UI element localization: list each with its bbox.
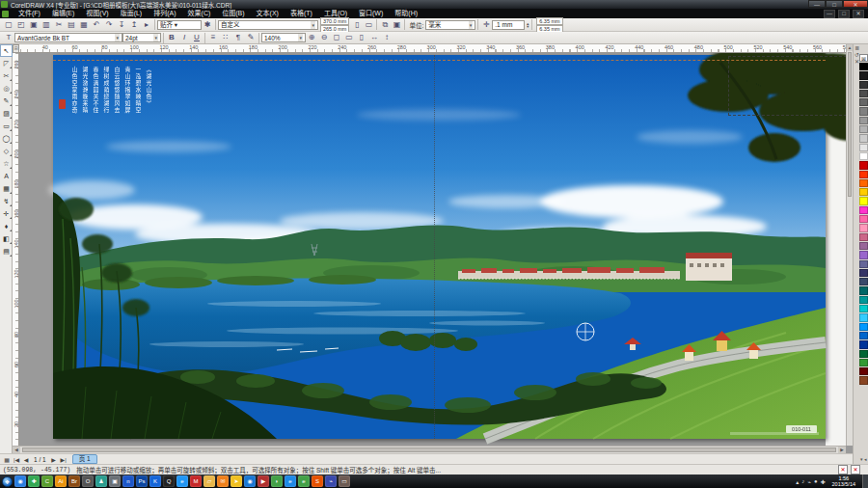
vertical-scroll-thumb[interactable] — [848, 52, 852, 197]
current-page-button[interactable]: ▣ — [391, 19, 402, 31]
eyedropper-tool[interactable]: ✛ — [0, 207, 13, 220]
color-swatch-35[interactable] — [859, 376, 868, 384]
color-swatch-6[interactable] — [859, 117, 868, 124]
options-icon[interactable]: ✱ — [202, 19, 213, 31]
outline-tool[interactable]: ♦ — [0, 220, 13, 232]
import-icon[interactable]: ↧ — [116, 19, 127, 31]
text-tool[interactable]: A — [0, 170, 13, 182]
fill-tool[interactable]: ◧ — [0, 232, 13, 245]
app-launcher-icon[interactable]: ▸ — [141, 19, 152, 31]
color-swatch-2[interactable] — [859, 81, 868, 89]
maximize-button[interactable]: □ — [826, 0, 843, 8]
color-swatch-4[interactable] — [859, 98, 868, 106]
vertical-scrollbar[interactable]: ▲ — [846, 44, 853, 446]
taskbar-app-image-viewer[interactable]: ▣ — [109, 475, 121, 487]
edit-text-icon[interactable]: ✎ — [245, 32, 257, 43]
tray-icon-0[interactable]: ▴ — [796, 478, 799, 485]
alignment-icon[interactable]: ≡ — [207, 32, 219, 43]
color-swatch-22[interactable] — [859, 260, 868, 268]
doc-control-1[interactable]: □ — [838, 10, 850, 18]
color-swatch-34[interactable] — [859, 367, 868, 375]
menu-item-7[interactable]: 文本(X) — [251, 9, 285, 18]
horizontal-scroll-thumb[interactable] — [22, 447, 836, 452]
docker-icon-0[interactable]: ≣ — [854, 45, 868, 52]
last-page-button[interactable]: ▶| — [59, 456, 68, 463]
color-swatch-28[interactable] — [859, 313, 868, 321]
taskbar-app-player[interactable]: ▶ — [258, 475, 269, 487]
color-swatch-23[interactable] — [859, 269, 868, 277]
copy-icon[interactable]: ▤ — [66, 19, 77, 31]
units-dropdown[interactable]: 毫米▾ — [425, 20, 475, 30]
scroll-left-icon[interactable]: ◀ — [13, 447, 20, 453]
taskbar-app-n[interactable]: n — [122, 475, 134, 487]
taskbar-app-device[interactable]: ⌁ — [325, 475, 337, 487]
color-swatch-7[interactable] — [859, 125, 868, 133]
zoom-selected-icon[interactable]: ◻ — [331, 32, 342, 43]
minimize-button[interactable]: — — [808, 0, 826, 8]
prev-page-button[interactable]: ◀ — [21, 456, 31, 463]
zoom-width-icon[interactable]: ↔ — [368, 32, 380, 43]
start-button[interactable]: ❖ — [2, 476, 13, 487]
zoom-tool[interactable]: ◎ — [0, 82, 13, 95]
color-swatch-32[interactable] — [859, 350, 868, 358]
color-swatch-1[interactable] — [859, 71, 868, 79]
duplicate-distance[interactable]: 6.35 mm 6.35 mm — [536, 17, 562, 33]
undo-icon[interactable]: ↶ — [91, 19, 102, 31]
landscape-button[interactable]: ▭ — [363, 19, 374, 31]
zoom-out-icon[interactable]: ⊖ — [318, 32, 330, 43]
color-swatch-14[interactable] — [859, 188, 868, 196]
drawing-canvas[interactable]: 《湖光山色》一泓碧水映晴空青山环抱翠如屏白云悠悠随风去绿树成荫绕湖行春色满园关不… — [19, 53, 846, 446]
add-page-button[interactable]: ▦ — [2, 456, 12, 463]
taskbar-app-maxthon[interactable]: ◉ — [244, 475, 256, 487]
taskbar-app-green-bird[interactable]: ◗ — [271, 475, 283, 487]
taskbar-app-bridge[interactable]: Br — [68, 475, 80, 487]
ruler-origin[interactable]: ⊞ — [13, 44, 19, 53]
all-pages-button[interactable]: ⧉ — [379, 19, 391, 31]
snap-dropdown[interactable]: 贴齐 ▾ — [157, 20, 202, 30]
color-swatch-30[interactable] — [859, 332, 868, 339]
color-swatch-21[interactable] — [859, 251, 868, 258]
taskbar-app-coreldraw[interactable]: C — [41, 475, 53, 487]
taskbar-app-m-red[interactable]: M — [190, 475, 202, 487]
color-swatch-17[interactable] — [859, 215, 868, 223]
smart-fill-tool[interactable]: ▨ — [0, 107, 13, 120]
polygon-tool[interactable]: ◇ — [0, 145, 13, 157]
tray-icon-2[interactable]: ⌁ — [807, 478, 811, 485]
color-swatch-8[interactable] — [859, 134, 868, 142]
page-spread-photo[interactable]: 《湖光山色》一泓碧水映晴空青山环抱翠如屏白云悠悠随风去绿树成荫绕湖行春色满园关不… — [53, 55, 826, 439]
menu-item-10[interactable]: 窗口(W) — [353, 9, 389, 18]
taskbar-app-drive[interactable]: ▭ — [339, 475, 350, 487]
font-name-dropdown[interactable]: AvantGarde Bk BT▾ — [14, 33, 122, 42]
menu-item-0[interactable]: 文件(F) — [13, 9, 46, 18]
menu-item-8[interactable]: 表格(T) — [285, 9, 318, 18]
basic-shapes-tool[interactable]: ☆ — [0, 157, 13, 170]
redo-icon[interactable]: ↷ — [103, 19, 115, 31]
taskbar-app-photoshop[interactable]: Ps — [136, 475, 148, 487]
table-tool[interactable]: ▦ — [0, 182, 13, 195]
crop-tool[interactable]: ✂ — [0, 69, 13, 82]
taskbar-app-e-green[interactable]: e — [298, 475, 310, 487]
taskbar-app-office[interactable]: O — [82, 475, 94, 487]
pick-tool[interactable]: ↖ — [0, 44, 13, 57]
page-tab-1[interactable]: 页 1 — [72, 454, 97, 464]
tray-icon-1[interactable]: ♪ — [801, 478, 804, 485]
taskbar-app-browser-globe[interactable]: ◉ — [14, 475, 26, 487]
close-button[interactable]: ✕ — [843, 0, 868, 8]
scroll-right-icon[interactable]: ▶ — [838, 447, 846, 453]
text-style-b[interactable]: B — [166, 32, 177, 43]
open-icon[interactable]: ◰ — [15, 19, 27, 31]
paste-icon[interactable]: ▦ — [78, 19, 90, 31]
palette-scroll-icons[interactable]: ▾ ◂ — [860, 456, 866, 462]
tray-icon-4[interactable]: ✚ — [821, 478, 826, 485]
zoom-in-icon[interactable]: ⊕ — [306, 32, 317, 43]
interactive-fill-tool[interactable]: ▤ — [0, 245, 13, 258]
new-icon[interactable]: ▢ — [3, 19, 14, 31]
menu-item-5[interactable]: 效果(C) — [182, 9, 217, 18]
nudge-spinner[interactable]: ▲▼ — [526, 22, 529, 28]
show-desktop-button[interactable] — [862, 474, 868, 488]
freehand-tool[interactable]: ✎ — [0, 95, 13, 107]
color-swatch-25[interactable] — [859, 286, 868, 294]
menu-item-11[interactable]: 帮助(H) — [389, 9, 423, 18]
doc-control-2[interactable]: ✕ — [853, 10, 864, 18]
taskbar-app-folder[interactable]: ▱ — [203, 475, 215, 487]
